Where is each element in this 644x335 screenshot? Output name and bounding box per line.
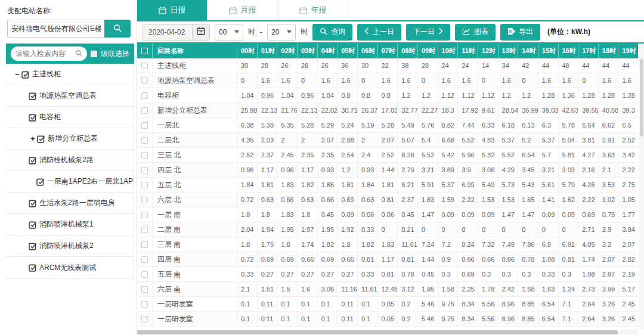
row-checkbox[interactable]: [141, 197, 148, 203]
cell-value: 3.9: [458, 163, 478, 177]
cell-value: 1.59: [438, 193, 459, 207]
cell-value: 2.91: [599, 133, 619, 147]
select-all-checkbox[interactable]: [141, 48, 148, 54]
export-button[interactable]: 导出: [500, 24, 540, 41]
cell-checkbox: [137, 103, 153, 117]
tab-yearly[interactable]: 年报: [278, 0, 348, 20]
tab-monthly[interactable]: 月报: [208, 0, 278, 20]
row-checkbox[interactable]: [141, 137, 148, 144]
row-checkbox[interactable]: [141, 122, 148, 129]
cell-value: 5.46: [418, 312, 438, 326]
row-checkbox[interactable]: [141, 301, 148, 308]
minus-expand-icon[interactable]: −: [13, 70, 21, 79]
row-checkbox[interactable]: [141, 256, 148, 263]
tree-item-8[interactable]: 消防喷淋机械泵2: [6, 235, 134, 257]
checked-box-icon[interactable]: [36, 178, 45, 186]
next-day-button[interactable]: 下一日: [406, 24, 450, 41]
cell-checkbox: [137, 222, 153, 237]
hour-end-select[interactable]: 20: [267, 24, 296, 41]
checked-box-icon[interactable]: [29, 263, 37, 272]
cell-checkbox: [137, 163, 153, 177]
row-checkbox[interactable]: [141, 167, 148, 173]
next-day-label: 下一日: [413, 27, 435, 37]
horizontal-scrollbar-thumb[interactable]: [137, 330, 618, 334]
checked-box-icon[interactable]: [29, 92, 37, 100]
cell-value: 6.54: [518, 148, 538, 162]
cell-value: 0.72: [237, 193, 258, 207]
cell-value: 9.61: [478, 103, 499, 117]
cell-value: 3.21: [418, 163, 438, 177]
checked-box-icon[interactable]: [29, 156, 37, 165]
row-checkbox[interactable]: [141, 92, 148, 99]
date-value[interactable]: 2020-04-02: [143, 24, 192, 40]
row-checkbox[interactable]: [141, 227, 148, 233]
tree-item-label: 生活水泵2路一层弱电房: [39, 198, 115, 208]
cell-value: 8.85: [518, 297, 538, 311]
table-header-row: 回路名称 00时01时02时03时04时05时06时07时08时09时10时11…: [137, 44, 638, 58]
checked-box-icon[interactable]: [21, 70, 30, 79]
previous-day-button[interactable]: 上一日: [357, 24, 401, 41]
row-checkbox[interactable]: [141, 77, 148, 84]
checked-box-icon[interactable]: [37, 135, 45, 143]
row-checkbox[interactable]: [141, 107, 148, 114]
cell-circuit-name: 一层研发室: [153, 312, 237, 326]
checked-box-icon[interactable]: [29, 221, 37, 229]
header-cell-hour-08: 08时: [398, 44, 418, 58]
checked-box-icon[interactable]: [29, 113, 37, 122]
tree-item-6[interactable]: 生活水泵2路一层弱电房: [6, 193, 134, 214]
query-button-label: 查询: [331, 27, 345, 37]
report-table-area: 回路名称 00时01时02时03时04时05时06时07时08时09时10时11…: [137, 44, 644, 335]
cell-value: 6.5: [618, 118, 638, 132]
row-checkbox[interactable]: [141, 182, 148, 188]
tree-item-5[interactable]: 一层南1APE2右一层北1APE1左: [6, 171, 134, 193]
date-picker[interactable]: 2020-04-02: [143, 24, 210, 41]
cell-value: 1.08: [578, 267, 599, 281]
query-button[interactable]: 查询: [312, 24, 352, 41]
station-name-input[interactable]: [7, 20, 104, 38]
row-checkbox[interactable]: [141, 241, 148, 248]
cell-value: 5.91: [418, 178, 438, 192]
hour-start-select[interactable]: 00: [215, 24, 243, 41]
cell-value: 39.55: [578, 103, 599, 117]
cell-value: 6.38: [237, 118, 258, 132]
row-checkbox[interactable]: [141, 286, 148, 293]
cell-value: 2.52: [618, 133, 638, 147]
cell-value: 0.06: [358, 207, 378, 222]
date-calendar-button[interactable]: [192, 24, 209, 40]
toolbar: 2020-04-02 00 时 - 20 时 查询: [137, 21, 644, 44]
tree-item-7[interactable]: 消防喷淋机械泵1: [6, 214, 134, 235]
tree-item-0[interactable]: −主进线柜: [6, 64, 134, 85]
cell-value: 1.95: [318, 222, 338, 237]
cell-checkbox: [137, 207, 153, 222]
cascade-select-checkbox[interactable]: [91, 51, 97, 57]
row-checkbox[interactable]: [141, 152, 148, 159]
tree-item-3[interactable]: +新增分立柜总表: [6, 128, 134, 150]
cell-value: 2.82: [618, 252, 638, 266]
row-checkbox[interactable]: [141, 271, 148, 278]
vertical-scrollbar-thumb[interactable]: [640, 59, 643, 137]
checked-box-icon[interactable]: [29, 199, 37, 207]
cell-value: 3.42: [618, 148, 638, 162]
chart-button[interactable]: 图表: [455, 24, 496, 41]
row-checkbox[interactable]: [141, 63, 148, 69]
vertical-scrollbar[interactable]: [639, 44, 644, 329]
row-checkbox[interactable]: [141, 316, 148, 322]
cell-value: 1.6: [499, 73, 519, 88]
horizontal-scrollbar[interactable]: [137, 330, 638, 335]
row-checkbox[interactable]: [141, 212, 148, 218]
tree-item-1[interactable]: 地源热泵空调总表: [6, 85, 134, 107]
checked-box-icon[interactable]: [29, 242, 37, 250]
cell-value: 5.52: [499, 148, 519, 162]
tree-search-field[interactable]: [11, 46, 87, 61]
tree-item-4[interactable]: 消防栓机械泵2路: [6, 150, 134, 171]
cell-value: 1.44: [418, 252, 438, 266]
tree-search-input[interactable]: [16, 49, 75, 58]
cell-value: 2.07: [378, 133, 398, 147]
station-search-button[interactable]: [104, 20, 131, 38]
plus-expand-icon[interactable]: +: [29, 134, 37, 143]
cell-value: 5.56: [478, 297, 499, 311]
tree-item-2[interactable]: 电容柜: [6, 107, 134, 128]
tree-item-9[interactable]: ARCM无线表测试: [6, 257, 134, 278]
tab-daily[interactable]: 日报: [137, 0, 208, 20]
cell-circuit-name: 六层 南: [153, 282, 237, 296]
